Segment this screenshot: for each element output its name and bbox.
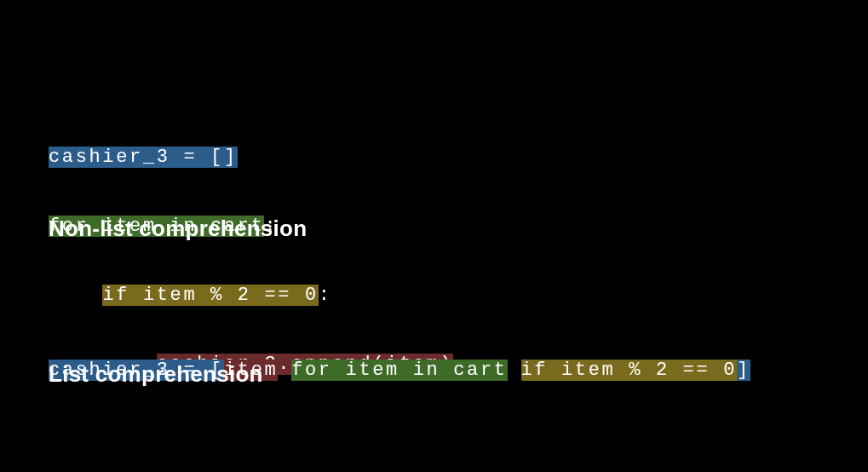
seg-lc-for: for item in cart <box>291 360 507 381</box>
heading-list: List comprehension <box>49 361 263 388</box>
seg-assign: cashier_3 = [] <box>49 147 238 168</box>
code-line-1: cashier_3 = [] <box>49 146 453 169</box>
seg-colon-2: : <box>319 285 332 306</box>
seg-lc-rbracket: ] <box>737 360 750 381</box>
seg-lc-cond: if item % 2 == 0 <box>521 360 737 381</box>
seg-indent-1 <box>49 285 102 306</box>
seg-lc-sp1 <box>278 360 291 381</box>
heading-nonlist: Non-list comprehension <box>49 216 307 242</box>
slide: cashier_3 = [] for item in cart: if item… <box>0 0 868 472</box>
code-line-3: if item % 2 == 0: <box>49 284 453 307</box>
seg-if: if item % 2 == 0 <box>102 285 318 306</box>
seg-lc-sp2 <box>508 360 521 381</box>
